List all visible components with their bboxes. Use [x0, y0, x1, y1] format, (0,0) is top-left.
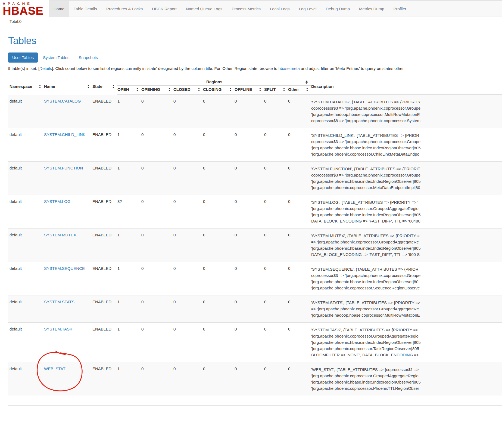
nav-item[interactable]: Local Logs: [265, 1, 294, 17]
nav-item[interactable]: HBCK Report: [147, 1, 181, 17]
closing-count-cell[interactable]: 0: [203, 195, 235, 228]
header-regions-group[interactable]: Regions: [117, 78, 311, 85]
sort-icon[interactable]: [283, 88, 285, 91]
open-count-cell[interactable]: 1: [117, 323, 141, 362]
header-closing[interactable]: CLOSING: [203, 85, 235, 95]
table-name-link[interactable]: SYSTEM.LOG: [44, 199, 71, 204]
table-name-link[interactable]: WEB_STAT: [44, 366, 66, 371]
open-count-cell[interactable]: 1: [117, 128, 141, 162]
closed-count-cell[interactable]: 0: [173, 323, 203, 362]
closed-count-cell[interactable]: 0: [173, 228, 203, 262]
hbase-meta-link[interactable]: hbase:meta: [278, 66, 300, 71]
tab[interactable]: Snapshots: [74, 52, 102, 63]
opening-count-cell[interactable]: 0: [141, 362, 173, 396]
header-other[interactable]: Other: [288, 85, 311, 95]
split-count-cell[interactable]: 0: [264, 228, 288, 262]
open-count-cell[interactable]: 1: [117, 295, 141, 323]
sort-icon[interactable]: [198, 88, 200, 91]
closed-count-cell[interactable]: 0: [173, 128, 203, 162]
closing-count-cell[interactable]: 0: [203, 128, 235, 162]
sort-icon[interactable]: [112, 85, 115, 88]
offline-count-cell[interactable]: 0: [235, 195, 264, 228]
offline-count-cell[interactable]: 0: [235, 162, 264, 195]
open-count-cell[interactable]: 1: [117, 362, 141, 396]
sort-icon[interactable]: [87, 85, 90, 88]
opening-count-cell[interactable]: 0: [141, 295, 173, 323]
offline-count-cell[interactable]: 0: [235, 128, 264, 162]
open-count-cell[interactable]: 1: [117, 162, 141, 195]
sort-icon[interactable]: [39, 85, 41, 88]
closed-count-cell[interactable]: 0: [173, 262, 203, 295]
split-count-cell[interactable]: 0: [264, 295, 288, 323]
split-count-cell[interactable]: 0: [264, 162, 288, 195]
opening-count-cell[interactable]: 0: [141, 228, 173, 262]
opening-count-cell[interactable]: 0: [141, 262, 173, 295]
split-count-cell[interactable]: 0: [264, 362, 288, 396]
nav-item[interactable]: Named Queue Logs: [181, 1, 227, 17]
other-count-cell[interactable]: 0: [288, 262, 311, 295]
closed-count-cell[interactable]: 0: [173, 162, 203, 195]
closing-count-cell[interactable]: 0: [203, 95, 235, 128]
hbase-logo[interactable]: APACHE HBASE: [0, 0, 49, 17]
nav-item[interactable]: Profiler: [389, 1, 411, 17]
closing-count-cell[interactable]: 0: [203, 323, 235, 362]
other-count-cell[interactable]: 0: [288, 195, 311, 228]
opening-count-cell[interactable]: 0: [141, 195, 173, 228]
table-name-link[interactable]: SYSTEM.TASK: [44, 327, 72, 331]
header-state[interactable]: State: [92, 78, 117, 95]
split-count-cell[interactable]: 0: [264, 95, 288, 128]
opening-count-cell[interactable]: 0: [141, 162, 173, 195]
nav-item[interactable]: Log Level: [294, 1, 321, 17]
header-namespace[interactable]: Namespace: [8, 78, 44, 95]
offline-count-cell[interactable]: 0: [235, 295, 264, 323]
header-split[interactable]: SPLIT: [264, 85, 288, 95]
nav-item[interactable]: Table Details: [69, 1, 102, 17]
other-count-cell[interactable]: 0: [288, 228, 311, 262]
opening-count-cell[interactable]: 0: [141, 95, 173, 128]
closed-count-cell[interactable]: 0: [173, 195, 203, 228]
nav-item[interactable]: Debug Dump: [321, 1, 354, 17]
opening-count-cell[interactable]: 0: [141, 128, 173, 162]
table-name-link[interactable]: SYSTEM.MUTEX: [44, 233, 76, 237]
closed-count-cell[interactable]: 0: [173, 95, 203, 128]
table-name-link[interactable]: SYSTEM.CHILD_LINK: [44, 132, 86, 137]
table-name-link[interactable]: SYSTEM.FUNCTION: [44, 166, 83, 170]
closing-count-cell[interactable]: 0: [203, 362, 235, 396]
split-count-cell[interactable]: 0: [264, 195, 288, 228]
table-name-link[interactable]: SYSTEM.CATALOG: [44, 99, 81, 103]
nav-item[interactable]: Home: [49, 1, 69, 17]
split-count-cell[interactable]: 0: [264, 323, 288, 362]
nav-item[interactable]: Procedures & Locks: [102, 1, 147, 17]
offline-count-cell[interactable]: 0: [235, 228, 264, 262]
other-count-cell[interactable]: 0: [288, 95, 311, 128]
open-count-cell[interactable]: 1: [117, 95, 141, 128]
closed-count-cell[interactable]: 0: [173, 295, 203, 323]
header-offline[interactable]: OFFLINE: [235, 85, 264, 95]
table-name-link[interactable]: SYSTEM.STATS: [44, 299, 74, 304]
closing-count-cell[interactable]: 0: [203, 162, 235, 195]
nav-item[interactable]: Metrics Dump: [354, 1, 389, 17]
sort-icon[interactable]: [259, 88, 261, 91]
offline-count-cell[interactable]: 0: [235, 95, 264, 128]
other-count-cell[interactable]: 0: [288, 128, 311, 162]
open-count-cell[interactable]: 1: [117, 262, 141, 295]
sort-icon[interactable]: [306, 88, 308, 91]
other-count-cell[interactable]: 0: [288, 323, 311, 362]
other-count-cell[interactable]: 0: [288, 162, 311, 195]
header-open[interactable]: OPEN: [117, 85, 141, 95]
tab[interactable]: System Tables: [39, 52, 73, 63]
closing-count-cell[interactable]: 0: [203, 228, 235, 262]
split-count-cell[interactable]: 0: [264, 128, 288, 162]
table-name-link[interactable]: SYSTEM.SEQUENCE: [44, 266, 85, 271]
header-name[interactable]: Name: [44, 78, 92, 95]
other-count-cell[interactable]: 0: [288, 362, 311, 396]
sort-icon[interactable]: [229, 88, 232, 91]
sort-icon[interactable]: [168, 88, 171, 91]
closed-count-cell[interactable]: 0: [173, 362, 203, 396]
header-closed[interactable]: CLOSED: [173, 85, 203, 95]
closing-count-cell[interactable]: 0: [203, 295, 235, 323]
tab[interactable]: User Tables: [8, 52, 38, 63]
details-link[interactable]: Details: [39, 66, 52, 71]
offline-count-cell[interactable]: 0: [235, 262, 264, 295]
opening-count-cell[interactable]: 0: [141, 323, 173, 362]
